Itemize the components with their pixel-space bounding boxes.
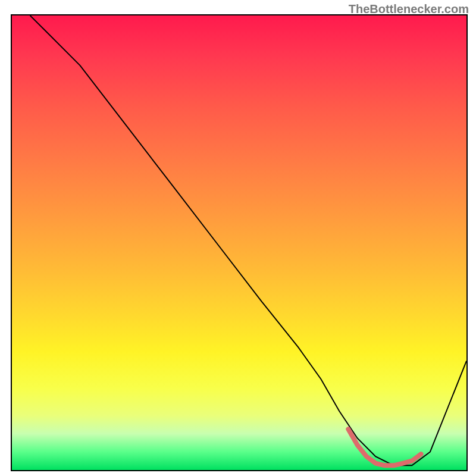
chart-svg xyxy=(12,15,466,470)
series-highlight xyxy=(348,429,421,465)
chart-container: TheBottlenecker.com xyxy=(0,0,476,476)
watermark-text: TheBottlenecker.com xyxy=(349,2,469,16)
series-curve xyxy=(30,15,466,465)
plot-frame xyxy=(11,14,468,471)
